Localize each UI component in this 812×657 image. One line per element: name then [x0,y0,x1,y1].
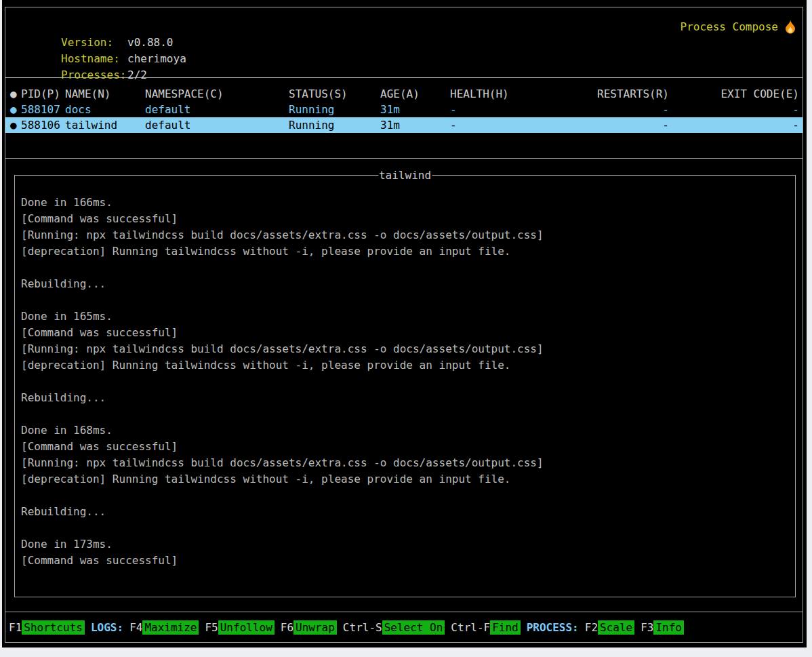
shortcut-label: Unfollow [218,620,275,635]
version-value: v0.88.0 [127,36,173,49]
shortcut-key: F2 [585,621,598,634]
row-bullet-icon: ● [10,117,21,133]
log-line: [Running: npx tailwindcss build docs/ass… [21,455,790,471]
cell-pid: 588107 [21,102,65,117]
cell-health: - [450,117,590,133]
log-line: Rebuilding... [21,276,790,292]
cell-pid: 588106 [21,117,65,133]
shortcut-label: Find [490,620,521,635]
log-line: Done in 173ms. [21,536,790,553]
cell-namespace: default [145,102,289,117]
terminal-window: Version:v0.88.0 Hostname:cherimoya Proce… [2,0,807,648]
log-line: Done in 166ms. [21,195,790,211]
shortcut-key: F4 [129,621,142,634]
log-lines: Done in 166ms.[Command was successful][R… [15,176,795,569]
cell-exit-code: - [669,117,799,133]
shortcut-label: Info [653,620,684,635]
hostname-label: Hostname: [61,51,127,67]
row-bullet-icon: ● [10,102,21,117]
shortcut-f1-shortcuts[interactable]: F1Shortcuts [9,620,85,635]
shortcut-label: Scale [598,620,634,635]
cell-restarts: - [590,117,669,133]
col-exit-code[interactable]: EXIT CODE(E) [669,86,799,102]
footer-section-process: PROCESS: [527,621,579,634]
shortcut-f4-maximize[interactable]: F4Maximize [129,620,199,635]
app-frame: Version:v0.88.0 Hostname:cherimoya Proce… [5,7,803,643]
table-header-row: ● PID(P) NAME(N) NAMESPACE(C) STATUS(S) … [5,86,803,102]
cell-name: tailwind [65,117,145,133]
log-line: [Command was successful] [21,553,790,569]
col-restarts[interactable]: RESTARTS(R) [590,86,669,102]
shortcut-key: F5 [205,621,218,634]
log-line: [Command was successful] [21,211,790,227]
shortcut-label: Shortcuts [22,620,85,635]
hostname-value: cherimoya [127,52,186,65]
log-line: [deprecation] Running tailwindcss withou… [21,471,790,487]
shortcut-label: Select On [382,620,445,635]
col-name[interactable]: NAME(N) [65,86,145,102]
table-row[interactable]: ● 588107 docs default Running 31m - - - [5,102,803,117]
log-line: [Command was successful] [21,439,790,455]
col-namespace[interactable]: NAMESPACE(C) [145,86,289,102]
footer-section-logs: LOGS: [91,621,123,634]
log-line [21,520,790,536]
cell-name: docs [65,102,145,117]
log-line: [deprecation] Running tailwindcss withou… [21,243,790,260]
shortcut-ctrl-s-select[interactable]: Ctrl-SSelect On [343,620,445,635]
log-line [21,406,790,422]
log-line: Rebuilding... [21,390,790,406]
cell-restarts: - [590,102,669,117]
shortcut-f6-unwrap[interactable]: F6Unwrap [281,620,337,635]
col-health[interactable]: HEALTH(H) [450,86,590,102]
shortcut-key: F1 [9,621,22,634]
cell-status: Running [289,117,380,133]
log-line: Done in 168ms. [21,422,790,439]
shortcut-key: F3 [641,621,653,634]
shortcut-label: Maximize [142,620,199,635]
shortcut-ctrl-f-find[interactable]: Ctrl-FFind [451,620,520,635]
shortcut-f2-scale[interactable]: F2Scale [585,620,634,635]
logs-section: tailwind Done in 166ms.[Command was succ… [5,158,803,612]
log-line: Rebuilding... [21,504,790,520]
processes-value: 2/2 [127,68,147,81]
log-line: [Running: npx tailwindcss build docs/ass… [21,341,790,357]
col-age[interactable]: AGE(A) [380,86,450,102]
cell-health: - [450,102,590,117]
shortcut-f5-unfollow[interactable]: F5Unfollow [205,620,274,635]
cell-namespace: default [145,117,289,133]
shortcut-label: Unwrap [293,620,337,635]
shortcut-key: F6 [281,621,293,634]
version-label: Version: [61,35,127,51]
table-row-selected[interactable]: ● 588106 tailwind default Running 31m - … [5,117,803,133]
header-field-version: Version:v0.88.0 [9,18,797,35]
log-line: [Running: npx tailwindcss build docs/ass… [21,227,790,243]
shortcut-bar: F1Shortcuts LOGS: F4Maximize F5Unfollow … [5,612,803,642]
log-panel-title: tailwind [378,167,432,184]
log-panel[interactable]: tailwind Done in 166ms.[Command was succ… [14,175,796,597]
shortcut-f3-info[interactable]: F3Info [641,620,684,635]
log-line: [deprecation] Running tailwindcss withou… [21,357,790,374]
fire-icon [784,20,796,34]
log-line [21,374,790,390]
app-title-text: Process Compose [681,20,779,33]
process-table: ● PID(P) NAME(N) NAMESPACE(C) STATUS(S) … [5,77,803,158]
shortcut-key: Ctrl-F [451,621,490,634]
app-title: Process Compose [681,18,797,35]
shortcut-key: Ctrl-S [343,621,382,634]
cell-age: 31m [380,102,450,117]
log-line: [Command was successful] [21,325,790,341]
processes-label: Processes: [61,67,127,83]
log-line [21,487,790,504]
cell-exit-code: - [669,102,799,117]
log-line: Done in 165ms. [21,308,790,325]
cell-status: Running [289,102,380,117]
header-section: Version:v0.88.0 Hostname:cherimoya Proce… [5,7,803,77]
cell-age: 31m [380,117,450,133]
log-line [21,292,790,308]
col-status[interactable]: STATUS(S) [289,86,380,102]
log-line [21,260,790,276]
